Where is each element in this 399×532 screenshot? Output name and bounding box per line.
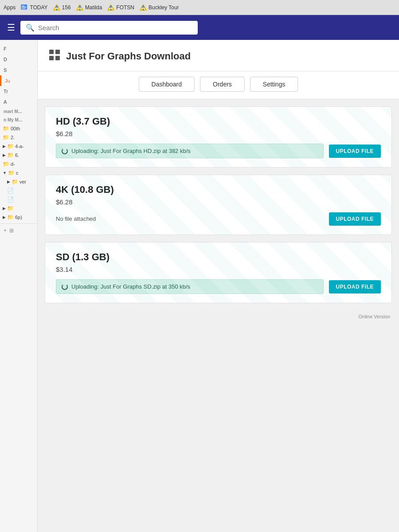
sidebar-item-d[interactable]: D [0, 54, 37, 65]
search-icon: 🔍 [26, 23, 35, 32]
product-card-4k: 4K (10.8 GB) $6.28 No file attached UPLO… [45, 175, 392, 235]
svg-marker-8 [78, 8, 81, 10]
sidebar-folder-arrow[interactable]: ▶ 📁 [0, 204, 37, 213]
svg-marker-14 [142, 8, 144, 10]
sidebar-grid-btn[interactable]: ⊞ [9, 227, 14, 234]
sidebar-item-a[interactable]: A [0, 97, 37, 107]
svg-rect-19 [55, 56, 60, 60]
svg-rect-18 [49, 56, 54, 60]
label-fotsn: FOTSN [116, 4, 134, 11]
page-grid-icon [48, 49, 61, 64]
chevron-down-icon-c: ▼ [3, 171, 7, 175]
upload-text-sd: Uploading: Just For Graphs SD.zip at 350… [71, 283, 190, 290]
folder-icon-c: 📁 [8, 170, 15, 176]
upload-row-sd: Uploading: Just For Graphs SD.zip at 350… [56, 279, 381, 294]
sidebar-folder-indent1[interactable]: 📄 [0, 186, 37, 195]
svg-rect-17 [55, 50, 60, 54]
sidebar-folder-indent2[interactable]: 📄 [0, 195, 37, 204]
sidebar-item-tr[interactable]: Tr [0, 86, 37, 97]
svg-marker-5 [55, 8, 58, 10]
folder-icon-arr: 📁 [7, 205, 14, 211]
sidebar-folder-00th[interactable]: 📁 00th [0, 124, 37, 133]
sidebar-item-ju[interactable]: Ju [0, 75, 37, 86]
chevron-right-icon-ver: ▶ [7, 180, 10, 184]
product-name-4k: 4K (10.8 GB) [56, 184, 381, 196]
upload-btn-4k[interactable]: UPLOAD FILE [329, 212, 381, 226]
folder-icon-6: 📁 [7, 152, 14, 158]
sidebar-add-btn[interactable]: + [4, 227, 7, 234]
bookmark-bar: Apps TODAY 156 Matilda FO [0, 0, 399, 15]
sidebar-folder-c[interactable]: ▼ 📁 c [0, 168, 37, 177]
gdrive-icon-fotsn [107, 4, 114, 11]
online-version-label: Online Version [38, 310, 399, 323]
sidebar-section-smart-m: mart M... [0, 107, 37, 116]
upload-text-hd: Uploading: Just For Graphs HD.zip at 382… [71, 148, 191, 154]
svg-marker-11 [110, 8, 112, 10]
page-title-area: Just For Graphs Download [38, 40, 399, 71]
sidebar-folder-ver[interactable]: ▶ 📁 ver [0, 177, 37, 186]
upload-status-sd: Uploading: Just For Graphs SD.zip at 350… [56, 279, 324, 294]
folder-icon-i2: 📄 [7, 196, 14, 203]
svg-rect-2 [22, 7, 27, 7]
bookmark-fotsn[interactable]: FOTSN [107, 4, 134, 11]
sidebar-section-on-my-m: n My M... [0, 116, 37, 124]
chevron-right-icon-6: ▶ [3, 153, 6, 157]
main-content: Just For Graphs Download Dashboard Order… [38, 40, 399, 532]
folder-icon-d: 📁 [3, 161, 9, 167]
gdrive-icon-156 [53, 4, 60, 11]
svg-rect-3 [22, 8, 26, 8]
svg-rect-1 [22, 5, 24, 6]
grid-icon-svg [48, 49, 61, 61]
product-name-sd: SD (1.3 GB) [56, 251, 381, 263]
svg-rect-16 [49, 50, 54, 54]
folder-icon-i1: 📄 [7, 188, 14, 194]
chevron-right-icon-6p: ▶ [3, 215, 6, 219]
bookmark-today[interactable]: TODAY [21, 4, 47, 11]
label-buckley-tour: Buckley Tour [149, 4, 179, 11]
app-header: ☰ 🔍 [0, 15, 399, 40]
docs-icon [21, 4, 28, 11]
gdrive-icon-matilda [76, 4, 83, 11]
bookmark-apps[interactable]: Apps [4, 4, 16, 11]
search-input[interactable] [38, 24, 192, 31]
upload-btn-hd[interactable]: UPLOAD FILE [329, 145, 381, 158]
product-card-hd: HD (3.7 GB) $6.28 Uploading: Just For Gr… [45, 106, 392, 168]
label-156: 156 [62, 4, 71, 11]
spinner-icon-hd [62, 148, 68, 154]
product-card-sd: SD (1.3 GB) $3.14 Uploading: Just For Gr… [45, 242, 392, 303]
sidebar-folder-6[interactable]: ▶ 📁 6. [0, 151, 37, 160]
sidebar: F D S Ju Tr A mart M... n My M... 📁 00th… [0, 40, 38, 532]
folder-icon-ver: 📁 [12, 179, 18, 185]
tab-area: Dashboard Orders Settings [38, 71, 399, 99]
sidebar-folder-6p[interactable]: ▶ 📁 6p) [0, 213, 37, 222]
sidebar-item-f[interactable]: F [0, 43, 37, 54]
product-name-hd: HD (3.7 GB) [56, 116, 381, 127]
sidebar-folder-4a[interactable]: ▶ 📁 4-a- [0, 142, 37, 151]
bookmark-156[interactable]: 156 [53, 4, 71, 11]
tab-settings[interactable]: Settings [250, 77, 298, 92]
folder-icon-6p: 📁 [7, 214, 14, 220]
tab-orders[interactable]: Orders [200, 77, 245, 92]
page-title: Just For Graphs Download [66, 51, 191, 62]
gdrive-icon-buckley [140, 4, 147, 11]
upload-status-4k: No file attached [56, 212, 324, 226]
folder-icon-2: 📁 [3, 134, 9, 141]
product-price-hd: $6.28 [56, 130, 381, 137]
hamburger-menu[interactable]: ☰ [7, 22, 15, 33]
tab-dashboard[interactable]: Dashboard [139, 77, 195, 92]
spinner-icon-sd [62, 284, 68, 290]
sidebar-item-s[interactable]: S [0, 65, 37, 75]
sidebar-folder-d[interactable]: 📁 d- [0, 160, 37, 168]
sidebar-folder-2[interactable]: 📁 2. [0, 133, 37, 142]
folder-icon-4a: 📁 [7, 143, 14, 149]
chevron-right-icon-a: ▶ [3, 206, 6, 211]
bookmark-matilda[interactable]: Matilda [76, 4, 102, 11]
bookmark-buckley-tour[interactable]: Buckley Tour [140, 4, 179, 11]
upload-status-hd: Uploading: Just For Graphs HD.zip at 382… [56, 144, 324, 158]
upload-btn-sd[interactable]: UPLOAD FILE [329, 280, 381, 293]
search-bar-container: 🔍 [20, 21, 198, 35]
content-area: F D S Ju Tr A mart M... n My M... 📁 00th… [0, 40, 399, 532]
apps-label: Apps [4, 4, 16, 11]
upload-row-4k: No file attached UPLOAD FILE [56, 212, 381, 226]
today-label: TODAY [30, 4, 47, 11]
